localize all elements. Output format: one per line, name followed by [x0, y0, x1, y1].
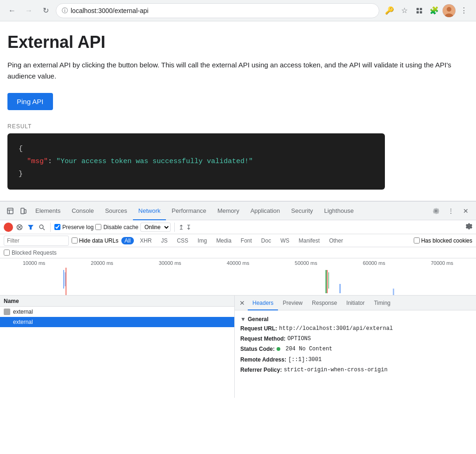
- detail-row-url: Request URL: http://localhost:3001/api/e…: [240, 324, 470, 333]
- filter-bar: Hide data URLs All XHR JS CSS Img Media …: [0, 234, 476, 247]
- preserve-log-checkbox[interactable]: [54, 224, 60, 230]
- ping-api-button[interactable]: Ping API: [7, 93, 53, 110]
- detail-key-method: Request Method:: [240, 335, 285, 343]
- filter-chip-manifest[interactable]: Manifest: [296, 237, 323, 244]
- page-title: External API: [7, 33, 469, 52]
- detail-close-button[interactable]: ✕: [237, 297, 248, 309]
- disable-cache-label[interactable]: Disable cache: [95, 224, 138, 230]
- throttle-select[interactable]: Online: [140, 223, 171, 232]
- request-row-1[interactable]: external: [0, 307, 234, 317]
- filter-chip-img[interactable]: Img: [194, 237, 210, 244]
- detail-tab-timing[interactable]: Timing: [369, 296, 395, 310]
- devtools-inspect-icon[interactable]: [4, 204, 17, 217]
- detail-val-url: http://localhost:3001/api/external: [279, 324, 393, 333]
- devtools-more-button[interactable]: ⋮: [444, 204, 457, 217]
- timeline-label-3: 30000 ms: [136, 260, 204, 266]
- result-label: RESULT: [7, 123, 469, 130]
- blocked-requests-checkbox[interactable]: [4, 250, 10, 256]
- browser-chrome: ← → ↻ ⓘ localhost:3000/external-api 🔑 ☆ …: [0, 0, 476, 21]
- lock-icon: ⓘ: [62, 7, 68, 15]
- clear-button[interactable]: [15, 223, 24, 232]
- svg-line-17: [43, 228, 45, 230]
- detail-tab-preview[interactable]: Preview: [278, 296, 307, 310]
- extensions-button[interactable]: [413, 4, 426, 17]
- result-line-3: }: [19, 168, 374, 180]
- svg-marker-15: [28, 225, 33, 230]
- devtools-settings-button[interactable]: [430, 204, 443, 217]
- tab-sources[interactable]: Sources: [99, 202, 133, 220]
- svg-rect-22: [328, 272, 329, 289]
- detail-tab-bar: ✕ Headers Preview Response Initiator Tim…: [235, 296, 476, 310]
- forward-button[interactable]: →: [22, 4, 35, 17]
- tab-security[interactable]: Security: [285, 202, 318, 220]
- filter-chip-ws[interactable]: WS: [277, 237, 292, 244]
- timeline-labels: 10000 ms 20000 ms 30000 ms 40000 ms 5000…: [0, 258, 476, 266]
- timeline-label-4: 40000 ms: [204, 260, 272, 266]
- result-line-2: "msg": "Your access token was successful…: [19, 155, 374, 168]
- detail-tab-response[interactable]: Response: [307, 296, 342, 310]
- svg-rect-19: [63, 270, 64, 289]
- key-button[interactable]: 🔑: [383, 4, 396, 17]
- general-section-header[interactable]: ▼ General: [240, 316, 470, 322]
- timeline-label-2: 20000 ms: [68, 260, 136, 266]
- devtools-tab-actions: ⋮ ✕: [430, 204, 472, 217]
- puzzle-button[interactable]: 🧩: [428, 4, 441, 17]
- svg-rect-0: [416, 8, 419, 10]
- back-button[interactable]: ←: [6, 4, 19, 17]
- filter-chip-doc[interactable]: Doc: [258, 237, 274, 244]
- filter-chip-xhr[interactable]: XHR: [137, 237, 155, 244]
- devtools-close-button[interactable]: ✕: [459, 204, 472, 217]
- timeline-label-6: 60000 ms: [340, 260, 408, 266]
- reload-button[interactable]: ↻: [39, 4, 52, 17]
- hide-data-urls-checkbox[interactable]: [72, 237, 78, 243]
- requests-header: Name: [0, 296, 234, 307]
- detail-val-remote: [::1]:3001: [288, 355, 322, 364]
- preserve-log-label[interactable]: Preserve log: [54, 224, 93, 230]
- svg-rect-23: [327, 270, 328, 293]
- url-text: localhost:3000/external-api: [71, 7, 148, 14]
- filter-chip-media[interactable]: Media: [213, 237, 235, 244]
- import-button[interactable]: ↥: [178, 224, 184, 231]
- has-blocked-checkbox[interactable]: [414, 237, 420, 243]
- tab-elements[interactable]: Elements: [30, 202, 66, 220]
- tab-network[interactable]: Network: [133, 202, 166, 220]
- detail-tab-headers[interactable]: Headers: [248, 296, 278, 310]
- tab-memory[interactable]: Memory: [212, 202, 245, 220]
- filter-chip-other[interactable]: Other: [326, 237, 346, 244]
- svg-point-16: [40, 225, 43, 229]
- export-button[interactable]: ↧: [186, 224, 192, 231]
- hide-data-urls-label[interactable]: Hide data URLs: [72, 237, 119, 244]
- detail-key-url: Request URL:: [240, 324, 277, 333]
- filter-chip-all[interactable]: All: [121, 237, 134, 244]
- devtools-device-icon[interactable]: [17, 204, 30, 217]
- svg-rect-21: [325, 270, 327, 293]
- timeline-graph: [0, 268, 476, 296]
- filter-chip-font[interactable]: Font: [238, 237, 255, 244]
- request-name-2: external: [13, 319, 33, 325]
- search-button[interactable]: [37, 223, 46, 232]
- menu-button[interactable]: ⋮: [457, 4, 470, 17]
- has-blocked-label[interactable]: Has blocked cookies: [414, 237, 472, 244]
- request-name-1: external: [13, 309, 33, 315]
- disable-cache-checkbox[interactable]: [95, 224, 101, 230]
- page-description: Ping an external API by clicking the but…: [7, 59, 469, 82]
- chevron-icon: ▼: [240, 316, 246, 322]
- tab-console[interactable]: Console: [66, 202, 99, 220]
- page-content: External API Ping an external API by cli…: [0, 21, 476, 201]
- filter-button[interactable]: [26, 223, 35, 232]
- filter-input[interactable]: [4, 236, 69, 246]
- record-button[interactable]: [4, 223, 13, 232]
- tab-performance[interactable]: Performance: [166, 202, 212, 220]
- bookmark-button[interactable]: ☆: [398, 4, 411, 17]
- filter-chip-css[interactable]: CSS: [173, 237, 192, 244]
- detail-key-remote: Remote Address:: [240, 355, 286, 364]
- detail-tab-initiator[interactable]: Initiator: [342, 296, 369, 310]
- network-settings-button[interactable]: [466, 223, 472, 231]
- filter-chip-js[interactable]: JS: [158, 237, 171, 244]
- tab-lighthouse[interactable]: Lighthouse: [318, 202, 359, 220]
- request-row-2[interactable]: external: [0, 317, 234, 327]
- avatar[interactable]: [443, 4, 456, 17]
- tab-application[interactable]: Application: [245, 202, 286, 220]
- result-box: { "msg": "Your access token was successf…: [7, 133, 385, 190]
- address-bar[interactable]: ⓘ localhost:3000/external-api: [56, 3, 379, 18]
